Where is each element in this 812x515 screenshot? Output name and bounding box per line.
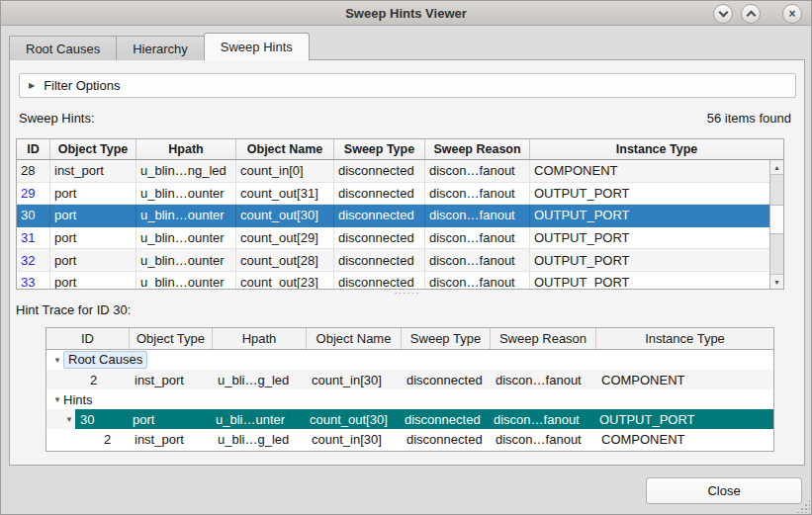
tree-row-selected[interactable]: ▼30portu_bli…untercount_out[30]disconnec… <box>46 409 773 429</box>
cell-id[interactable]: 31 <box>17 227 50 250</box>
items-found-count: 56 items found <box>707 111 791 126</box>
trace-column-header-object_name[interactable]: Object Name <box>307 328 402 349</box>
tab-sweep-hints[interactable]: Sweep Hints <box>204 33 310 61</box>
scroll-down-icon: ▼ <box>773 279 780 286</box>
hint-trace-table-body: ▼Root Causes2inst_portu_bli…g_ledcount_i… <box>46 350 773 449</box>
sweep-hints-table: IDObject TypeHpathObject NameSweep TypeS… <box>16 138 784 290</box>
table-row[interactable]: 33portu_blin…ountercount_out[23]disconne… <box>17 272 769 289</box>
scrollbar-track[interactable] <box>770 175 783 274</box>
cell-id: 2 <box>46 432 130 447</box>
column-header-sweep_type[interactable]: Sweep Type <box>334 139 425 159</box>
column-header-object_name[interactable]: Object Name <box>236 139 334 159</box>
sweep-hints-viewer-window: Sweep Hints Viewer × Root CausesHierarch… <box>0 0 812 515</box>
column-header-instance_type[interactable]: Instance Type <box>530 139 783 159</box>
hint-trace-table-header: IDObject TypeHpathObject NameSweep TypeS… <box>46 328 773 350</box>
cell-object_type: port <box>128 412 211 427</box>
table-row[interactable]: 30portu_blin…ountercount_out[30]disconne… <box>17 205 769 227</box>
trace-column-header-sweep_type[interactable]: Sweep Type <box>402 328 491 349</box>
cell-hpath: u_bli…unter <box>211 412 305 427</box>
tree-group-row[interactable]: ▼Root Causes <box>46 350 773 370</box>
window-maximize-button[interactable] <box>741 4 761 24</box>
tab-root-causes[interactable]: Root Causes <box>9 36 117 60</box>
expander-icon[interactable]: ▼ <box>51 356 63 365</box>
filter-options-toggle[interactable]: ▶ Filter Options <box>19 73 796 98</box>
scrollbar-thumb[interactable] <box>770 205 783 234</box>
table-row[interactable]: 29portu_blin…ountercount_out[31]disconne… <box>17 183 769 206</box>
cell-sweep_reason: discon…fanout <box>425 183 530 206</box>
window-shade-button[interactable] <box>713 4 733 24</box>
cell-instance_type: OUTPUT_PORT <box>530 249 769 272</box>
tree-row[interactable]: 2inst_portu_bli…g_ledcount_in[30]disconn… <box>46 429 773 449</box>
scroll-down-button[interactable]: ▼ <box>770 274 783 289</box>
cell-id[interactable]: 33 <box>17 272 50 289</box>
cell-object_type: port <box>50 249 136 272</box>
cell-sweep_reason: discon…fanout <box>425 160 530 183</box>
chevron-down-icon <box>718 7 728 17</box>
tree-group-row[interactable]: ▼Hints <box>46 389 773 409</box>
tree-group-label: Hints <box>63 392 93 407</box>
cell-sweep_type: disconnected <box>402 373 491 387</box>
cell-object_type: port <box>50 205 136 227</box>
scroll-up-button[interactable]: ▲ <box>770 160 783 175</box>
cell-instance_type: OUTPUT_PORT <box>530 205 769 227</box>
cell-id[interactable]: 32 <box>17 249 50 272</box>
expander-icon[interactable]: ▼ <box>51 395 63 404</box>
cell-sweep_reason: discon…fanout <box>491 373 596 387</box>
expander-icon[interactable]: ▼ <box>63 415 75 424</box>
cell-hpath: u_blin…ounter <box>136 205 236 227</box>
table-row[interactable]: 32portu_blin…ountercount_out[28]disconne… <box>17 249 769 272</box>
cell-object_name: count_out[23] <box>236 272 334 289</box>
cell-id[interactable]: 29 <box>17 183 50 206</box>
cell-id[interactable]: 30 <box>17 205 50 227</box>
close-button[interactable]: Close <box>646 477 802 504</box>
cell-hpath: u_blin…ounter <box>136 227 236 250</box>
table-row[interactable]: 31portu_blin…ountercount_out[29]disconne… <box>17 227 769 250</box>
cell-instance_type: COMPONENT <box>596 432 773 447</box>
cell-object_name: count_in[30] <box>307 432 402 447</box>
trace-column-header-id[interactable]: ID <box>46 328 130 349</box>
table-row[interactable]: 28inst_portu_blin…ng_ledcount_in[0]disco… <box>17 160 769 183</box>
column-header-id[interactable]: ID <box>17 139 50 159</box>
cell-object_type: port <box>50 183 136 206</box>
chevron-up-icon <box>746 10 756 20</box>
cell-object_name: count_out[29] <box>236 227 334 250</box>
cell-sweep_reason: discon…fanout <box>425 227 530 250</box>
titlebar[interactable]: Sweep Hints Viewer × <box>1 1 811 26</box>
trace-column-header-object_type[interactable]: Object Type <box>130 328 213 349</box>
cell-hpath: u_blin…ounter <box>136 249 236 272</box>
cell-instance_type: OUTPUT_PORT <box>530 227 769 250</box>
cell-sweep_type: disconnected <box>402 432 491 447</box>
cell-sweep_type: disconnected <box>334 272 425 289</box>
cell-sweep_type: disconnected <box>334 183 425 206</box>
hint-trace-label: Hint Trace for ID 30: <box>16 302 131 317</box>
sweep-hints-tab-panel: ▶ Filter Options Sweep Hints: 56 items f… <box>9 59 805 466</box>
cell-instance_type: OUTPUT_PORT <box>530 183 769 206</box>
cell-instance_type: COMPONENT <box>530 160 769 183</box>
cell-sweep_reason: discon…fanout <box>489 412 594 427</box>
cell-instance_type: COMPONENT <box>596 373 773 387</box>
cell-id: 30 <box>75 412 128 427</box>
cell-instance_type: OUTPUT_PORT <box>530 272 769 289</box>
cell-object_name: count_out[30] <box>305 412 400 427</box>
trace-column-header-hpath[interactable]: Hpath <box>213 328 307 349</box>
filter-options-label: Filter Options <box>44 78 120 93</box>
cell-id: 2 <box>46 373 130 387</box>
column-header-object_type[interactable]: Object Type <box>50 139 136 159</box>
vertical-scrollbar[interactable]: ▲ ▼ <box>769 160 783 289</box>
sweep-hints-table-header: IDObject TypeHpathObject NameSweep TypeS… <box>17 139 783 160</box>
cell-sweep_reason: discon…fanout <box>491 432 596 447</box>
column-header-hpath[interactable]: Hpath <box>136 139 236 159</box>
cell-instance_type: OUTPUT_PORT <box>594 412 773 427</box>
tab-hierarchy[interactable]: Hierarchy <box>116 36 205 60</box>
cell-hpath: u_blin…ounter <box>136 183 236 206</box>
window-title: Sweep Hints Viewer <box>345 6 467 21</box>
cell-object_name: count_in[30] <box>307 373 402 387</box>
window-close-button[interactable]: × <box>782 4 802 24</box>
scroll-up-icon: ▲ <box>773 164 780 171</box>
tree-row[interactable]: 2inst_portu_bli…g_ledcount_in[30]disconn… <box>46 370 773 389</box>
splitter-handle[interactable]: ······ <box>10 290 804 298</box>
column-header-sweep_reason[interactable]: Sweep Reason <box>425 139 530 159</box>
trace-column-header-instance_type[interactable]: Instance Type <box>596 328 773 349</box>
trace-column-header-sweep_reason[interactable]: Sweep Reason <box>491 328 596 349</box>
sweep-hints-table-body: 28inst_portu_blin…ng_ledcount_in[0]disco… <box>17 160 769 289</box>
